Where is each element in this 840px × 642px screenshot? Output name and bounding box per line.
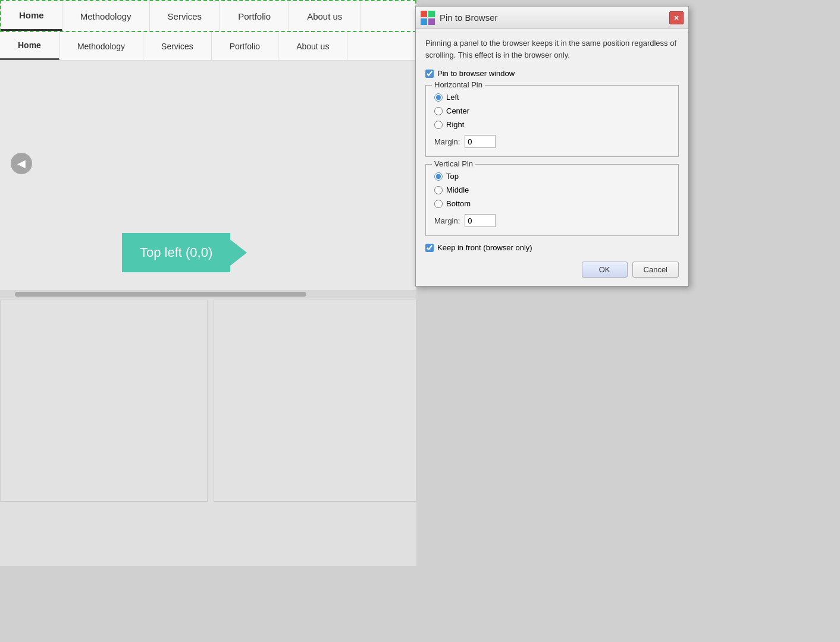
nav-tab-methodology[interactable]: Methodology [62, 1, 150, 31]
h-left-label: Left [446, 93, 459, 102]
nav-tab-services[interactable]: Services [150, 1, 221, 31]
v-margin-row: Margin: [434, 214, 670, 227]
left-arrow-icon: ◀ [17, 157, 26, 170]
dialog-close-button[interactable]: × [669, 11, 684, 24]
v-bottom-radio[interactable] [434, 200, 443, 208]
h-margin-input[interactable] [465, 135, 496, 148]
dialog-description: Pinning a panel to the browser keeps it … [425, 37, 679, 61]
dialog-title-left: Pin to Browser [421, 11, 498, 25]
pin-to-browser-label: Pin to browser window [437, 69, 515, 78]
v-bottom-row: Bottom [434, 199, 670, 208]
prev-arrow-button[interactable]: ◀ [11, 153, 32, 174]
lower-box-right [214, 300, 416, 502]
nav-tab2-portfolio[interactable]: Portfolio [212, 32, 278, 60]
h-center-label: Center [446, 106, 469, 115]
v-bottom-label: Bottom [446, 199, 471, 208]
horizontal-pin-legend: Horizontal Pin [432, 80, 485, 89]
h-right-row: Right [434, 120, 670, 129]
v-middle-radio[interactable] [434, 186, 443, 194]
h-margin-label: Margin: [434, 137, 460, 146]
keep-in-front-label: Keep in front (browser only) [437, 243, 532, 252]
callout-text: Top left (0,0) [140, 245, 212, 260]
website-area: Home Methodology Services Portfolio Abou… [0, 0, 416, 642]
svg-rect-0 [421, 11, 427, 17]
app-icon [421, 11, 435, 25]
dialog-buttons: OK Cancel [425, 262, 679, 278]
svg-rect-1 [428, 11, 435, 17]
svg-rect-3 [428, 18, 435, 25]
h-left-radio[interactable] [434, 93, 443, 102]
v-middle-row: Middle [434, 185, 670, 194]
pin-to-browser-checkbox[interactable] [425, 70, 434, 78]
v-margin-input[interactable] [465, 214, 496, 227]
pin-to-browser-row: Pin to browser window [425, 69, 679, 78]
nav-tab2-about-us[interactable]: About us [278, 32, 347, 60]
nav-tab2-methodology[interactable]: Methodology [59, 32, 143, 60]
h-right-label: Right [446, 120, 464, 129]
v-margin-label: Margin: [434, 216, 460, 225]
hero-area: ◀ Top left (0,0) [0, 61, 416, 298]
h-left-row: Left [434, 93, 670, 102]
v-top-radio[interactable] [434, 172, 443, 181]
callout-box: Top left (0,0) [122, 233, 230, 272]
nav-tab2-services[interactable]: Services [143, 32, 212, 60]
dialog-body: Pinning a panel to the browser keeps it … [416, 29, 688, 286]
vertical-pin-group: Vertical Pin Top Middle Bottom Margin: [425, 164, 679, 236]
keep-in-front-checkbox[interactable] [425, 244, 434, 252]
nav-bar-top: Home Methodology Services Portfolio Abou… [0, 0, 416, 32]
v-top-label: Top [446, 172, 459, 181]
h-margin-row: Margin: [434, 135, 670, 148]
nav-tab-home[interactable]: Home [1, 1, 62, 31]
h-center-row: Center [434, 106, 670, 115]
nav-tab-about-us[interactable]: About us [289, 1, 361, 31]
svg-rect-2 [421, 18, 427, 25]
nav-tab-portfolio[interactable]: Portfolio [220, 1, 289, 31]
horizontal-pin-group: Horizontal Pin Left Center Right Margin: [425, 85, 679, 157]
cancel-button[interactable]: Cancel [632, 262, 679, 278]
keep-in-front-row: Keep in front (browser only) [425, 243, 679, 252]
dialog-titlebar: Pin to Browser × [416, 7, 688, 29]
ok-button[interactable]: OK [582, 262, 628, 278]
h-center-radio[interactable] [434, 107, 443, 115]
horizontal-scrollbar[interactable] [0, 290, 416, 298]
nav-bar-second: Home Methodology Services Portfolio Abou… [0, 32, 416, 61]
v-middle-label: Middle [446, 185, 469, 194]
scrollbar-thumb[interactable] [15, 292, 306, 297]
pin-to-browser-dialog: Pin to Browser × Pinning a panel to the … [415, 6, 689, 287]
dialog-title-text: Pin to Browser [440, 12, 498, 23]
h-right-radio[interactable] [434, 121, 443, 129]
lower-content [0, 298, 416, 566]
lower-box-left [0, 300, 208, 502]
v-top-row: Top [434, 172, 670, 181]
vertical-pin-legend: Vertical Pin [432, 159, 475, 168]
nav-tab2-home[interactable]: Home [0, 32, 59, 60]
